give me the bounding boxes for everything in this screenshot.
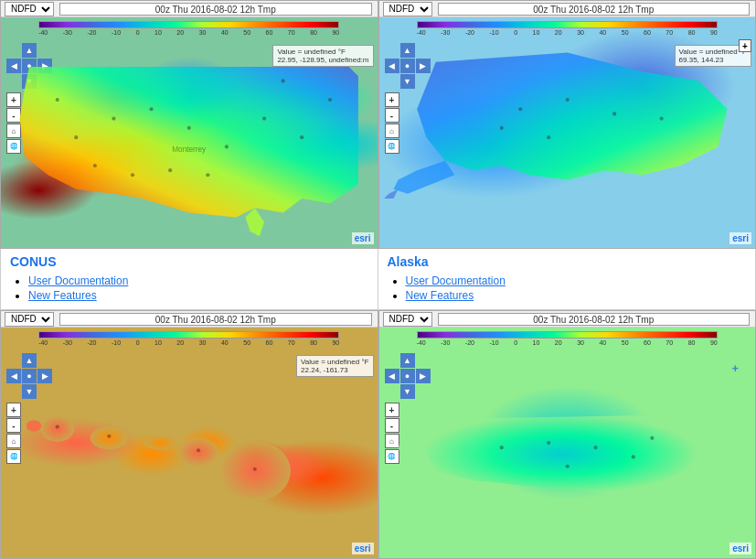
svg-point-26 [27,420,41,431]
svg-point-38 [565,465,569,468]
hawaii-esri-logo: esri [352,543,374,554]
conus-toolbar: NDFD 00z Thu 2016-08-02 12h Tmp [1,1,378,17]
alaska-expand-btn[interactable]: + [739,39,751,52]
svg-point-0 [74,135,78,139]
pr-toolbar: NDFD 00z Thu 2016-08-02 12h Tmp [379,311,756,328]
conus-panel-title: CONUS [10,254,368,269]
pr-svg: + [379,328,756,558]
svg-point-1 [112,117,115,121]
svg-point-36 [631,455,634,458]
conus-color-bar-container: -40-30-20-100102030405060708090 [38,21,339,36]
svg-point-33 [499,446,503,449]
conus-links-list: User Documentation New Features [10,274,368,302]
svg-point-17 [612,112,616,115]
svg-point-18 [659,117,663,121]
alaska-user-doc-item: User Documentation [406,274,747,287]
svg-point-12 [328,98,332,102]
alaska-new-features-link[interactable]: New Features [406,289,474,302]
pr-title-bar: 00z Thu 2016-08-02 12h Tmp [438,313,751,326]
alaska-map-body: -40-30-20-100102030405060708090 Value = … [379,17,756,248]
pr-color-ticks: -40-30-20-100102030405060708090 [417,339,718,346]
svg-point-7 [93,164,97,167]
hawaii-dropdown[interactable]: NDFD [5,312,54,327]
conus-dropdown[interactable]: NDFD [5,2,54,16]
svg-point-35 [593,446,597,449]
hawaii-map-body: -40-30-20-100102030405060708090 Value = … [1,328,378,558]
pr-map-body: -40-30-20-100102030405060708090 ▲ ◀ ● ▶ … [379,328,756,558]
alaska-dropdown[interactable]: NDFD [383,2,432,16]
svg-point-31 [699,434,726,453]
conus-user-doc-item: User Documentation [28,274,368,287]
svg-point-28 [197,448,200,452]
alaska-info-panel: Alaska User Documentation New Features [378,249,757,310]
svg-point-6 [300,135,303,139]
svg-point-37 [650,436,654,440]
hawaii-color-ticks: -40-30-20-100102030405060708090 [38,339,339,346]
alaska-new-features-item: New Features [406,289,747,302]
svg-point-9 [168,168,172,172]
hawaii-svg [1,328,378,558]
svg-text:Monterrey: Monterrey [172,145,207,154]
alaska-map-panel: NDFD 00z Thu 2016-08-02 12h Tmp -40-30-2… [378,0,757,249]
conus-color-ticks: -40-30-20-100102030405060708090 [38,29,339,36]
conus-new-features-item: New Features [28,289,368,302]
pr-esri-logo: esri [729,543,751,554]
hawaii-color-bar [38,331,339,339]
svg-point-30 [56,425,59,428]
svg-point-34 [547,441,550,445]
svg-point-22 [91,427,128,450]
conus-esri-logo: esri [352,232,374,244]
alaska-svg [379,17,756,248]
hawaii-toolbar: NDFD 00z Thu 2016-08-02 12h Tmp [1,311,378,328]
pr-color-bar [417,331,718,339]
svg-point-24 [177,438,218,467]
conus-color-bar [38,21,339,28]
svg-point-23 [144,435,177,450]
conus-map-panel: NDFD 00z Thu 2016-08-02 12h Tmp -40-30-2… [0,0,378,249]
svg-point-20 [499,126,503,130]
svg-point-2 [150,107,154,111]
main-grid: NDFD 00z Thu 2016-08-02 12h Tmp -40-30-2… [0,0,756,559]
svg-point-15 [518,107,522,111]
alaska-title-bar: 00z Thu 2016-08-02 12h Tmp [438,3,751,16]
svg-point-3 [187,126,191,130]
svg-point-5 [262,117,266,121]
svg-point-19 [547,135,550,139]
conus-map-body: -40-30-20-100102030405060708090 Value = … [1,17,378,248]
alaska-esri-logo: esri [729,232,751,244]
conus-new-features-link[interactable]: New Features [28,289,97,302]
svg-point-8 [131,173,134,177]
alaska-color-bar [417,21,718,28]
conus-info-panel: CONUS User Documentation New Features [0,249,378,310]
svg-point-16 [565,98,569,102]
alaska-panel-title: Alaska [388,254,747,269]
pr-map-panel: NDFD 00z Thu 2016-08-02 12h Tmp -40-30-2… [378,310,757,559]
svg-point-13 [282,79,285,82]
alaska-links-list: User Documentation New Features [388,274,747,302]
pr-dropdown[interactable]: NDFD [383,312,432,327]
conus-user-doc-link[interactable]: User Documentation [28,274,128,287]
alaska-color-bar-container: -40-30-20-100102030405060708090 [417,21,718,36]
conus-svg: Monterrey [1,17,378,248]
svg-point-27 [107,435,111,438]
svg-point-10 [206,173,209,177]
svg-point-32 [398,441,417,454]
svg-point-11 [56,98,59,102]
alaska-user-doc-link[interactable]: User Documentation [406,274,506,287]
hawaii-title-bar: 00z Thu 2016-08-02 12h Tmp [59,313,372,326]
alaska-toolbar: NDFD 00z Thu 2016-08-02 12h Tmp [379,1,756,17]
conus-info-content: CONUS User Documentation New Features [10,254,368,304]
svg-point-29 [253,468,257,471]
hawaii-color-bar-container: -40-30-20-100102030405060708090 [38,331,339,346]
conus-title-bar: 00z Thu 2016-08-02 12h Tmp [59,3,372,16]
alaska-color-ticks: -40-30-20-100102030405060708090 [417,29,718,36]
svg-text:+: + [731,362,738,375]
hawaii-map-panel: NDFD 00z Thu 2016-08-02 12h Tmp -40-30-2… [0,310,378,559]
svg-point-21 [40,415,74,442]
pr-color-bar-container: -40-30-20-100102030405060708090 [417,331,718,346]
svg-point-4 [225,145,229,148]
alaska-info-content: Alaska User Documentation New Features [388,254,747,304]
